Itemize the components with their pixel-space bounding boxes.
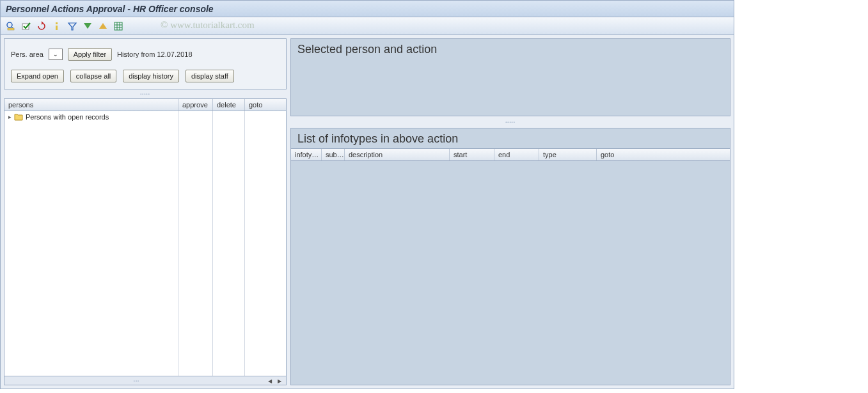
info-icon[interactable]: [51, 20, 63, 33]
svg-marker-7: [68, 23, 76, 30]
tree-col-delete: [213, 111, 245, 376]
svg-rect-2: [8, 28, 14, 30]
tree-footer-grip[interactable]: •••: [7, 379, 266, 383]
left-column: Pers. area ⌄ Apply filter History from 1…: [4, 38, 287, 385]
filter-icon[interactable]: [66, 20, 79, 33]
expand-open-button[interactable]: Expand open: [11, 70, 64, 82]
horizontal-splitter-left[interactable]: •••••: [4, 92, 287, 96]
col-end[interactable]: end: [494, 149, 539, 160]
col-sub[interactable]: sub…: [322, 149, 345, 160]
horizontal-splitter-right[interactable]: •••••: [290, 120, 730, 124]
display-history-button[interactable]: display history: [123, 70, 179, 82]
svg-marker-8: [84, 23, 91, 29]
folder-icon: [14, 113, 23, 121]
find-icon[interactable]: [4, 20, 17, 33]
infotypes-header: infoty… sub… description start end type …: [291, 148, 730, 161]
tree-col-goto: [245, 111, 286, 376]
expand-tree-icon[interactable]: [81, 20, 94, 33]
svg-rect-5: [56, 22, 58, 24]
watermark-text: © www.tutorialkart.com: [161, 20, 255, 31]
history-from-label: History from 12.07.2018: [117, 50, 192, 58]
title-bar: Personnel Actions Approval - HR Officer …: [1, 1, 734, 17]
infotypes-title: List of infotypes in above action: [291, 128, 730, 148]
svg-marker-4: [42, 21, 43, 25]
right-column: Selected person and action ••••• List of…: [290, 38, 730, 385]
display-staff-button[interactable]: display staff: [185, 70, 234, 82]
chevron-down-icon: ⌄: [53, 51, 58, 58]
check-icon[interactable]: [20, 20, 33, 33]
col-delete[interactable]: delete: [213, 99, 245, 111]
filter-panel: Pers. area ⌄ Apply filter History from 1…: [4, 38, 287, 89]
col-goto[interactable]: goto: [245, 99, 286, 111]
tree-header: persons approve delete goto: [4, 99, 286, 111]
filter-row-1: Pers. area ⌄ Apply filter History from 1…: [11, 48, 280, 61]
persons-tree-panel: persons approve delete goto ▸ Persons wi…: [4, 98, 287, 385]
apply-filter-button[interactable]: Apply filter: [68, 48, 112, 61]
col-type[interactable]: type: [539, 149, 597, 160]
col-start[interactable]: start: [450, 149, 494, 160]
scroll-left-icon[interactable]: ◀: [266, 378, 274, 385]
col-goto-right[interactable]: goto: [597, 149, 730, 160]
tree-footer: ••• ◀ ▶: [4, 376, 286, 385]
col-description[interactable]: description: [345, 149, 450, 160]
svg-rect-10: [114, 22, 122, 30]
filter-row-2: Expand open collapse all display history…: [11, 70, 280, 82]
svg-rect-6: [56, 26, 58, 30]
selected-person-section: Selected person and action: [290, 38, 730, 116]
tree-root-row[interactable]: ▸ Persons with open records: [4, 111, 178, 123]
infotypes-body: [291, 161, 730, 385]
col-infotype[interactable]: infoty…: [291, 149, 322, 160]
tree-col-persons: ▸ Persons with open records: [4, 111, 178, 376]
scroll-right-icon[interactable]: ▶: [276, 378, 283, 385]
tree-col-approve: [178, 111, 213, 376]
tree-collapse-arrow-icon[interactable]: ▸: [8, 114, 12, 120]
col-persons[interactable]: persons: [4, 99, 178, 111]
layout-icon[interactable]: [112, 20, 125, 33]
svg-point-0: [7, 22, 12, 27]
svg-marker-9: [99, 23, 107, 29]
app-frame: Personnel Actions Approval - HR Officer …: [0, 0, 734, 389]
page-title: Personnel Actions Approval - HR Officer …: [6, 4, 214, 14]
pers-area-label: Pers. area: [11, 50, 43, 58]
app-toolbar: © www.tutorialkart.com: [1, 17, 734, 35]
col-approve[interactable]: approve: [178, 99, 213, 111]
selected-person-title: Selected person and action: [291, 39, 730, 59]
infotypes-section: List of infotypes in above action infoty…: [290, 128, 730, 385]
collapse-all-button[interactable]: collapse all: [70, 70, 116, 82]
tree-body: ▸ Persons with open records: [4, 111, 286, 376]
content-area: Pers. area ⌄ Apply filter History from 1…: [1, 35, 734, 389]
collapse-tree-icon[interactable]: [97, 20, 109, 33]
refresh-icon[interactable]: [35, 20, 48, 33]
tree-root-label: Persons with open records: [26, 113, 109, 121]
pers-area-dropdown[interactable]: ⌄: [49, 49, 63, 60]
